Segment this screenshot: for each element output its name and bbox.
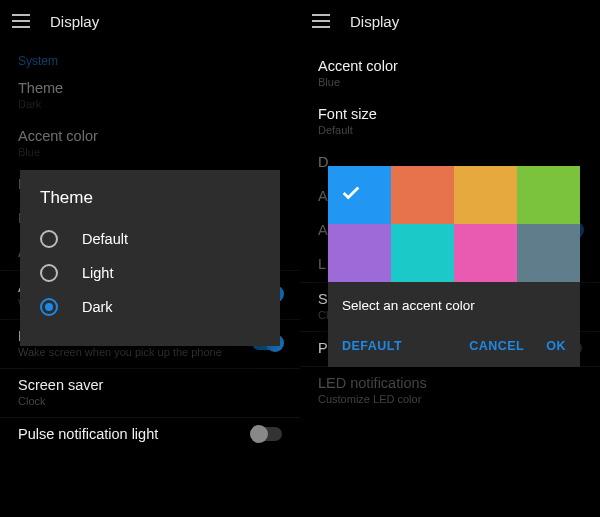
dialog-title: Select an accent color: [342, 298, 566, 313]
item-font-size[interactable]: Font size Default: [300, 98, 600, 146]
item-accent-color[interactable]: Accent color Blue: [0, 120, 300, 168]
item-sub: Default: [318, 124, 582, 136]
item-led-notifications[interactable]: LED notifications Customize LED color: [300, 366, 600, 415]
radio-label: Dark: [82, 299, 113, 315]
item-sub: Blue: [18, 146, 282, 158]
radio-default[interactable]: Default: [40, 222, 260, 256]
item-pulse-notification-light[interactable]: Pulse notification light: [0, 417, 300, 452]
toggle-pulse[interactable]: [252, 427, 282, 441]
section-system: System: [0, 42, 300, 72]
item-title: Font size: [318, 106, 582, 122]
swatch-teal[interactable]: [391, 224, 454, 282]
item-screen-saver[interactable]: Screen saver Clock: [0, 368, 300, 417]
radio-label: Light: [82, 265, 113, 281]
swatch-amber[interactable]: [454, 166, 517, 224]
menu-icon[interactable]: [312, 14, 330, 28]
swatch-blue[interactable]: [328, 166, 391, 224]
swatch-pink[interactable]: [454, 224, 517, 282]
item-title: Accent color: [318, 58, 582, 74]
accent-color-dialog: Select an accent color DEFAULT CANCEL OK: [328, 166, 580, 367]
theme-dialog: Theme Default Light Dark: [20, 170, 280, 346]
header: Display: [0, 0, 300, 42]
item-sub: Blue: [318, 76, 582, 88]
item-title: Pulse notification light: [18, 426, 158, 442]
item-title: LED notifications: [318, 375, 582, 391]
dialog-actions: DEFAULT CANCEL OK: [328, 327, 580, 367]
screen-accent: Display Accent color Blue Font size Defa…: [300, 0, 600, 517]
swatch-orange[interactable]: [391, 166, 454, 224]
item-title: Accent color: [18, 128, 282, 144]
cancel-button[interactable]: CANCEL: [469, 339, 524, 353]
swatch-purple[interactable]: [328, 224, 391, 282]
header-title: Display: [350, 13, 399, 30]
radio-label: Default: [82, 231, 128, 247]
check-icon: [340, 182, 362, 208]
item-accent-color[interactable]: Accent color Blue: [300, 50, 600, 98]
item-title: Screen saver: [18, 377, 282, 393]
dialog-title: Theme: [40, 188, 260, 208]
item-title: Theme: [18, 80, 282, 96]
ok-button[interactable]: OK: [546, 339, 566, 353]
menu-icon[interactable]: [12, 14, 30, 28]
header-title: Display: [50, 13, 99, 30]
item-theme[interactable]: Theme Dark: [0, 72, 300, 120]
radio-dark[interactable]: Dark: [40, 290, 260, 324]
radio-icon: [40, 264, 58, 282]
item-sub: Customize LED color: [318, 393, 582, 405]
header: Display: [300, 0, 600, 42]
swatch-green[interactable]: [517, 166, 580, 224]
radio-light[interactable]: Light: [40, 256, 260, 290]
item-sub: Dark: [18, 98, 282, 110]
default-button[interactable]: DEFAULT: [342, 339, 402, 353]
radio-icon: [40, 298, 58, 316]
item-sub: Clock: [18, 395, 282, 407]
color-swatch-grid: [328, 166, 580, 282]
swatch-grey[interactable]: [517, 224, 580, 282]
item-title: A: [318, 222, 328, 238]
screen-theme: Display System Theme Dark Accent color B…: [0, 0, 300, 517]
item-sub: Wake screen when you pick up the phone: [18, 346, 222, 358]
radio-icon: [40, 230, 58, 248]
